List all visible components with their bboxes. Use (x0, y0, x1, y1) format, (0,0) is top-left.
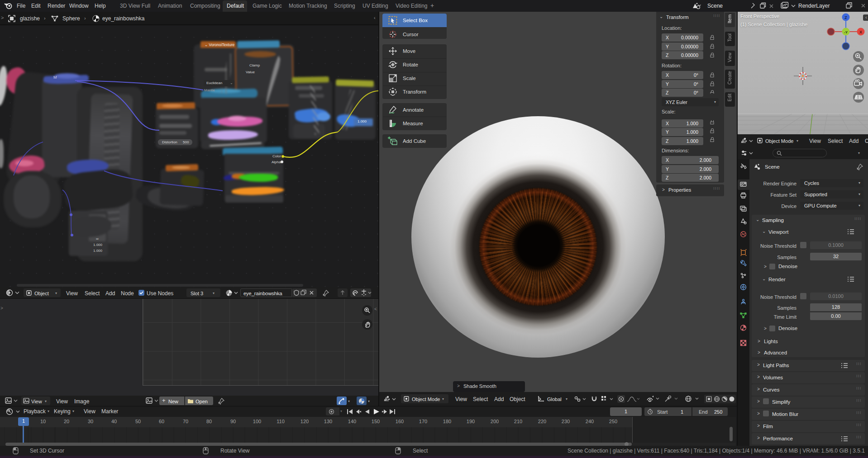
svg-text:-Y: -Y (844, 30, 848, 34)
svg-text:X: X (859, 30, 862, 34)
svg-text:Z: Z (844, 15, 847, 20)
